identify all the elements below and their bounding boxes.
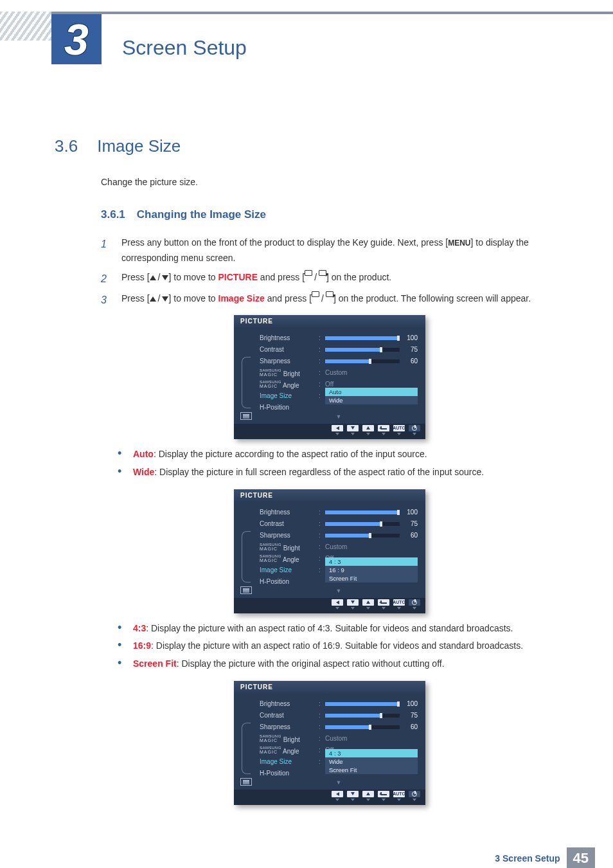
osd-btn-left bbox=[330, 425, 344, 435]
bullet-auto: •Auto: Display the picture according to … bbox=[118, 447, 558, 462]
section-lead: Change the picture size. bbox=[101, 176, 558, 189]
page-footer: 3 Screen Setup 45 bbox=[495, 847, 595, 868]
osd-option-4-3: 4 : 3 bbox=[325, 557, 418, 566]
osd-row-brightness: Brightness:100 bbox=[260, 334, 418, 343]
osd-left-gutter bbox=[239, 700, 253, 786]
up-down-icon: / bbox=[150, 270, 169, 285]
osd-left-gutter bbox=[239, 334, 253, 420]
osd-screenshot-3: PICTURE Brightness:100 Contrast:75 Sharp… bbox=[234, 681, 425, 805]
osd-btn-enter bbox=[377, 425, 391, 435]
section-number: 3.6 bbox=[55, 136, 78, 156]
source-enter-icon: / bbox=[312, 291, 333, 307]
chapter-number: 3 bbox=[64, 17, 89, 61]
source-enter-icon: / bbox=[305, 270, 326, 285]
osd-screenshot-1: PICTURE Brightness:100 Contrast:75 Sharp… bbox=[234, 315, 425, 439]
osd-btn-power bbox=[407, 425, 422, 435]
osd-row-sharpness: Sharpness:60 bbox=[260, 357, 418, 366]
subsection-title: Changing the Image Size bbox=[137, 208, 266, 221]
step-3: 3 Press [/] to move to Image Size and pr… bbox=[101, 291, 558, 309]
step-body: Press [/] to move to PICTURE and press [… bbox=[121, 270, 558, 287]
bullet-4-3: •4:3: Display the picture with an aspect… bbox=[118, 621, 558, 637]
screen-icon bbox=[240, 778, 252, 786]
bullet-screen-fit: •Screen Fit: Display the picture with th… bbox=[118, 656, 558, 672]
osd-btn-down bbox=[346, 425, 360, 435]
osd-title: PICTURE bbox=[234, 489, 425, 502]
options-list-a: •Auto: Display the picture according to … bbox=[118, 447, 558, 480]
step-text: and press [ bbox=[258, 272, 305, 282]
step-body: Press [/] to move to Image Size and pres… bbox=[121, 291, 558, 309]
footer-page-number: 45 bbox=[567, 847, 595, 868]
chapter-number-block: 3 bbox=[51, 14, 102, 64]
step-text: Press [ bbox=[121, 293, 150, 303]
osd-option-4-3: 4 : 3 bbox=[325, 749, 418, 757]
step-text: ] on the product. bbox=[326, 272, 391, 282]
step-number: 2 bbox=[101, 270, 112, 287]
bullet-16-9: •16:9: Display the picture with an aspec… bbox=[118, 638, 558, 654]
osd-title: PICTURE bbox=[234, 681, 425, 693]
osd-row-h-position: H-Position bbox=[260, 403, 418, 412]
osd-option-auto: Auto bbox=[325, 388, 418, 396]
osd-row-image-size: Image Size:AutoWide bbox=[260, 392, 418, 401]
step-text: Press [ bbox=[121, 272, 150, 282]
osd-option-wide: Wide bbox=[325, 757, 418, 766]
step-2: 2 Press [/] to move to PICTURE and press… bbox=[101, 270, 558, 287]
picture-keyword: PICTURE bbox=[218, 272, 258, 282]
up-down-icon: / bbox=[150, 291, 169, 307]
subsection-number: 3.6.1 bbox=[101, 208, 125, 221]
screen-icon bbox=[240, 412, 252, 420]
step-number: 1 bbox=[101, 235, 112, 266]
osd-more-icon: ▼ bbox=[260, 413, 418, 420]
step-text: ] on the product. The following screen w… bbox=[333, 293, 531, 303]
subsection-header: 3.6.1 Changing the Image Size bbox=[101, 208, 558, 221]
osd-footer: AUTO bbox=[234, 424, 425, 439]
section-header: 3.6 Image Size bbox=[55, 136, 558, 156]
bullet-wide: •Wide: Display the picture in full scree… bbox=[118, 465, 558, 480]
chapter-title: Screen Setup bbox=[122, 36, 247, 60]
osd-title: PICTURE bbox=[234, 315, 425, 327]
footer-chapter-label: 3 Screen Setup bbox=[495, 853, 560, 863]
header-divider bbox=[51, 12, 613, 14]
osd-btn-up bbox=[361, 425, 375, 435]
step-number: 3 bbox=[101, 291, 112, 309]
osd-btn-auto: AUTO bbox=[392, 425, 406, 435]
step-1: 1 Press any button on the front of the p… bbox=[101, 235, 558, 266]
step-body: Press any button on the front of the pro… bbox=[121, 235, 558, 266]
section-title: Image Size bbox=[97, 136, 181, 156]
step-text: and press [ bbox=[265, 293, 312, 303]
osd-screenshot-2: PICTURE Brightness:100 Contrast:75 Sharp… bbox=[234, 489, 425, 613]
decorative-stripes bbox=[0, 12, 51, 41]
osd-option-16-9: 16 : 9 bbox=[325, 566, 418, 574]
image-size-keyword: Image Size bbox=[218, 293, 265, 303]
menu-keyword: MENU bbox=[448, 239, 470, 248]
step-text: ] to move to bbox=[168, 293, 218, 303]
osd-row-contrast: Contrast:75 bbox=[260, 345, 418, 354]
osd-left-gutter bbox=[239, 508, 253, 594]
options-list-b: •4:3: Display the picture with an aspect… bbox=[118, 621, 558, 672]
osd-row-magic-bright: SAMSUNGMAGIC Bright:Custom bbox=[260, 368, 418, 377]
step-text: ] to move to bbox=[168, 272, 218, 282]
step-text: Press any button on the front of the pro… bbox=[121, 237, 448, 248]
screen-icon bbox=[240, 586, 252, 594]
